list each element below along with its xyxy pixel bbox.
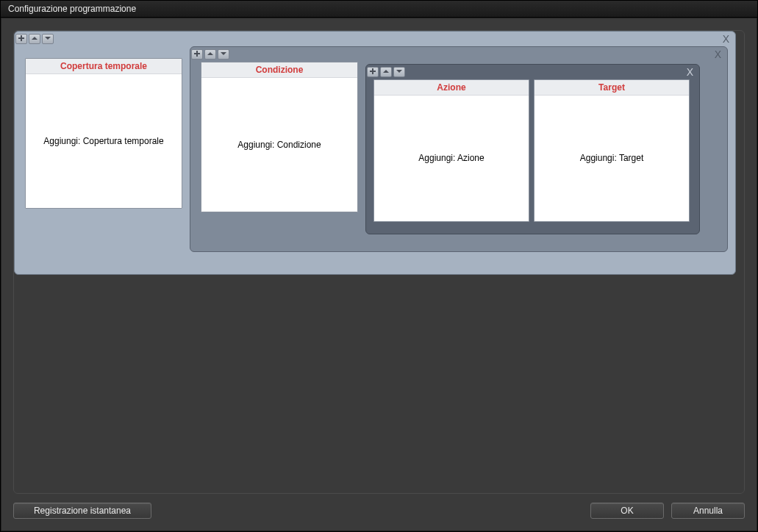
ok-button[interactable]: OK — [590, 503, 664, 519]
work-area: X Copertura temporale Aggiungi: Copertur… — [13, 30, 745, 494]
expand-button[interactable] — [393, 67, 405, 77]
plus-icon — [194, 51, 200, 58]
panel-inner-close[interactable]: X — [687, 66, 693, 78]
panel-inner: X Azione Aggiungi: Azione Target Aggiung… — [365, 64, 700, 234]
panel-mid: X Condizione Aggiungi: Condizione — [190, 46, 728, 252]
card-action: Azione Aggiungi: Azione — [373, 79, 529, 222]
panel-mid-tabbar: X — [190, 47, 727, 62]
card-target-add[interactable]: Aggiungi: Target — [534, 96, 689, 220]
card-temporal-coverage: Copertura temporale Aggiungi: Copertura … — [25, 58, 182, 209]
add-button[interactable] — [191, 49, 203, 60]
chevron-up-icon — [383, 68, 389, 76]
card-temporal-add[interactable]: Aggiungi: Copertura temporale — [26, 74, 182, 207]
collapse-button[interactable] — [204, 49, 216, 60]
plus-icon — [370, 68, 376, 76]
panel-outer: X Copertura temporale Aggiungi: Copertur… — [14, 31, 736, 275]
expand-button[interactable] — [42, 34, 54, 44]
card-target-header: Target — [534, 80, 689, 96]
card-action-header: Azione — [374, 80, 529, 96]
card-condition-header: Condizione — [201, 62, 357, 78]
collapse-button[interactable] — [29, 34, 40, 44]
chevron-down-icon — [221, 51, 226, 58]
collapse-button[interactable] — [380, 67, 392, 77]
cancel-button[interactable]: Annulla — [671, 503, 745, 519]
chevron-up-icon — [207, 51, 213, 58]
panel-inner-tab-buttons — [366, 65, 406, 79]
plus-icon — [18, 35, 24, 43]
card-temporal-header: Copertura temporale — [26, 59, 182, 74]
panel-mid-tab-buttons — [190, 48, 230, 61]
panel-inner-tabbar: X — [366, 65, 699, 79]
add-button[interactable] — [367, 67, 379, 77]
card-target: Target Aggiungi: Target — [534, 79, 690, 222]
add-button[interactable] — [15, 34, 27, 44]
window-titlebar: Configurazione programmazione — [1, 1, 757, 18]
panel-outer-tab-buttons — [15, 32, 54, 46]
chevron-up-icon — [32, 35, 37, 43]
panel-outer-tabbar: X — [15, 32, 735, 46]
instant-recording-button[interactable]: Registrazione istantanea — [13, 503, 151, 519]
chevron-down-icon — [396, 68, 402, 76]
chevron-down-icon — [45, 35, 51, 43]
dialog-window: Configurazione programmazione — [0, 0, 758, 532]
card-condition-add[interactable]: Aggiungi: Condizione — [201, 78, 357, 211]
card-condition: Condizione Aggiungi: Condizione — [201, 62, 358, 212]
panel-mid-close[interactable]: X — [715, 48, 721, 60]
window-title: Configurazione programmazione — [8, 4, 136, 14]
content-area: X Copertura temporale Aggiungi: Copertur… — [1, 18, 757, 531]
panel-outer-close[interactable]: X — [723, 33, 729, 45]
card-action-add[interactable]: Aggiungi: Azione — [374, 96, 529, 220]
expand-button[interactable] — [218, 49, 229, 60]
dialog-footer: Registrazione istantanea OK Annulla — [13, 494, 745, 519]
